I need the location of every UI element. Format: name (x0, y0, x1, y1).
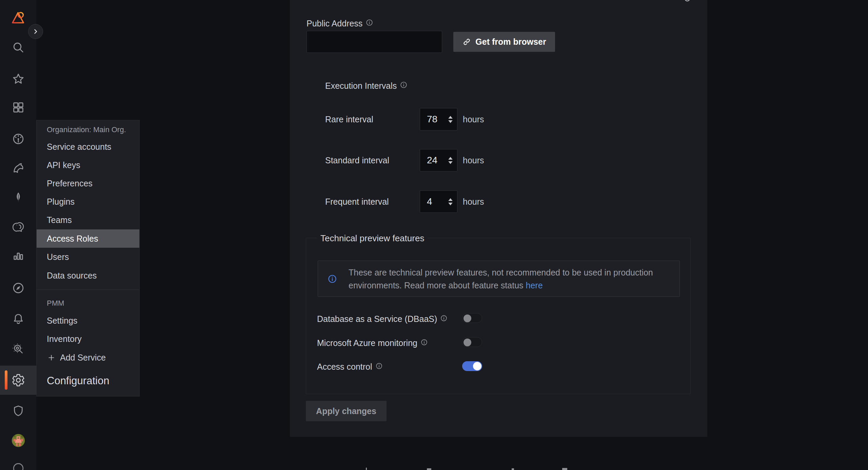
star-icon[interactable] (12, 72, 25, 86)
standard-interval-unit: hours (463, 155, 484, 165)
tech-preview-info-alert: These are technical preview features, no… (318, 261, 680, 297)
pmm-section-header: PMM (37, 294, 139, 312)
toggle-knob (473, 362, 481, 370)
public-address-input[interactable] (307, 31, 442, 53)
standard-interval-input[interactable]: 24 (420, 149, 457, 171)
frequent-interval-input[interactable]: 4 (420, 190, 457, 213)
standard-interval-label: Standard interval (325, 155, 389, 165)
search-icon[interactable] (12, 41, 25, 54)
execution-intervals-header: Execution Intervals (325, 81, 397, 91)
menu-item-data-sources[interactable]: Data sources (37, 266, 139, 285)
profile-avatar[interactable] (11, 433, 25, 448)
execution-intervals-header-row: Execution Intervals (325, 81, 408, 91)
frequent-interval-label: Frequent interval (325, 197, 389, 207)
stepper-arrows[interactable] (448, 157, 453, 164)
public-address-label: Public Address (307, 18, 362, 28)
settings-gear-icon[interactable] (12, 373, 25, 387)
chevron-right-icon (32, 27, 40, 36)
sidebar-expand-button[interactable] (28, 24, 43, 39)
mongodb-leaf-icon[interactable] (12, 191, 25, 204)
info-icon[interactable] (375, 362, 383, 372)
azure-monitoring-toggle[interactable] (462, 337, 482, 347)
server-admin-shield-icon[interactable] (12, 404, 25, 418)
frequent-interval-value: 4 (420, 196, 432, 207)
postgresql-elephant-icon[interactable] (12, 220, 25, 233)
cutoff-icon-sliver (562, 468, 567, 470)
menu-item-api-keys[interactable]: API keys (37, 156, 139, 174)
pmm-logo-icon[interactable] (11, 10, 26, 25)
rare-interval-value: 78 (420, 114, 437, 125)
org-header: Organization: Main Org. (37, 121, 139, 139)
rare-interval-label: Rare interval (325, 114, 373, 124)
menu-item-users[interactable]: Users (37, 248, 139, 266)
info-circle-icon (328, 274, 337, 284)
frequent-interval-unit: hours (463, 197, 484, 207)
sidebar-active-indicator (5, 370, 7, 390)
apply-changes-button[interactable]: Apply changes (306, 401, 387, 421)
dashboards-gauge-icon[interactable] (12, 132, 25, 146)
get-from-browser-label: Get from browser (475, 37, 546, 47)
menu-item-add-service[interactable]: Add Service (37, 348, 139, 367)
info-icon[interactable] (366, 18, 373, 28)
technical-preview-legend: Technical preview features (317, 233, 428, 244)
azure-monitoring-label: Microsoft Azure monitoring (317, 338, 417, 348)
info-icon[interactable] (440, 314, 448, 324)
public-address-label-row: Public Address (307, 18, 373, 28)
menu-item-access-roles[interactable]: Access Roles (37, 229, 139, 248)
help-circle-icon[interactable] (12, 462, 25, 470)
menu-item-service-accounts[interactable]: Service accounts (37, 138, 139, 156)
access-control-label: Access control (317, 362, 372, 372)
menu-item-preferences[interactable]: Preferences (37, 174, 139, 192)
dbaas-label: Database as a Service (DBaaS) (317, 314, 437, 324)
bar-chart-icon[interactable] (12, 248, 25, 262)
info-icon[interactable] (400, 81, 408, 91)
access-control-label-row: Access control (317, 362, 383, 372)
plus-icon (47, 354, 55, 362)
info-icon[interactable] (420, 338, 428, 348)
azure-label-row: Microsoft Azure monitoring (317, 338, 428, 348)
stepper-arrows[interactable] (448, 198, 453, 205)
cutoff-icon-sliver (512, 468, 514, 470)
get-from-browser-button[interactable]: Get from browser (453, 32, 555, 52)
menu-divider (37, 289, 139, 290)
configuration-flyout-menu: Organization: Main Org. Service accounts… (36, 120, 140, 396)
cutoff-icon-sliver (366, 468, 367, 470)
menu-item-teams[interactable]: Teams (37, 211, 139, 229)
stepper-arrows[interactable] (448, 116, 453, 123)
pmm-settings-screen: Organization: Main Org. Service accounts… (0, 0, 868, 470)
menu-item-plugins[interactable]: Plugins (37, 192, 139, 211)
dbaas-toggle[interactable] (462, 313, 482, 323)
cutoff-icon-sliver (427, 468, 431, 470)
feature-status-link[interactable]: here (526, 281, 543, 290)
menu-item-settings[interactable]: Settings (37, 311, 139, 330)
menu-title-configuration: Configuration (37, 368, 139, 394)
sidebar (0, 0, 36, 470)
mysql-dolphin-icon[interactable] (12, 161, 25, 175)
alert-text: These are technical preview features, no… (349, 266, 653, 292)
apps-grid-icon[interactable] (12, 101, 25, 114)
menu-item-inventory[interactable]: Inventory (37, 330, 139, 348)
toggle-knob (463, 339, 471, 346)
alerting-bell-icon[interactable] (12, 312, 25, 326)
add-service-label: Add Service (60, 348, 106, 367)
cutoff-info-icon (685, 0, 690, 1)
link-icon (462, 37, 471, 46)
query-analytics-icon[interactable] (12, 342, 25, 356)
standard-interval-value: 24 (420, 155, 437, 166)
access-control-toggle[interactable] (462, 361, 482, 371)
rare-interval-unit: hours (463, 114, 484, 124)
dbaas-label-row: Database as a Service (DBaaS) (317, 314, 448, 324)
explore-compass-icon[interactable] (12, 281, 25, 295)
rare-interval-input[interactable]: 78 (420, 108, 457, 130)
toggle-knob (463, 314, 471, 322)
